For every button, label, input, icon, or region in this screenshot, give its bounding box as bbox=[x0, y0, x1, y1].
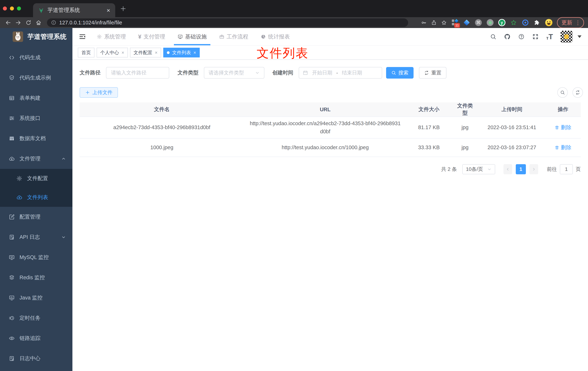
file-type-select[interactable]: 请选择文件类型 bbox=[204, 67, 264, 79]
extension-grid-icon[interactable]: 11 bbox=[451, 19, 459, 26]
extension-emoji-icon[interactable] bbox=[545, 19, 552, 26]
reset-button[interactable]: 重置 bbox=[419, 67, 446, 79]
sidebar-item-system-api[interactable]: 系统接口 bbox=[0, 108, 73, 128]
tag-file-list[interactable]: 文件列表× bbox=[163, 48, 200, 57]
file-path-label: 文件路径 bbox=[80, 69, 101, 76]
avatar-caret-icon[interactable] bbox=[578, 35, 581, 38]
share-icon[interactable] bbox=[431, 20, 437, 25]
tag-profile[interactable]: 个人中心× bbox=[97, 48, 128, 57]
address-bar[interactable]: 127.0.0.1:1024/infra/file/file bbox=[47, 18, 408, 27]
cell-type: jpg bbox=[452, 125, 479, 130]
close-window-button[interactable] bbox=[3, 7, 7, 11]
table-row: 1000.jpeg http://test.yudao.iocoder.cn/1… bbox=[80, 138, 581, 157]
upload-file-button[interactable]: 上传文件 bbox=[80, 87, 118, 98]
plus-icon bbox=[85, 90, 90, 95]
chevron-down-icon bbox=[255, 70, 260, 75]
minimize-window-button[interactable] bbox=[10, 7, 14, 11]
sidebar-item-file-management[interactable]: 文件管理 bbox=[0, 149, 73, 169]
sidebar-item-form-builder[interactable]: 表单构建 bbox=[0, 88, 73, 108]
reload-icon[interactable] bbox=[24, 18, 32, 27]
forward-icon[interactable] bbox=[14, 18, 22, 27]
topnav-payment[interactable]: ¥支付管理 bbox=[132, 28, 171, 45]
logo-row[interactable]: 芋道管理系统 bbox=[0, 28, 73, 45]
tag-file-config[interactable]: 文件配置× bbox=[130, 48, 161, 57]
key-icon[interactable] bbox=[421, 20, 427, 25]
app-title: 芋道管理系统 bbox=[27, 32, 66, 41]
topnav-workflow[interactable]: 工作流程 bbox=[213, 28, 254, 45]
back-icon[interactable] bbox=[4, 18, 12, 27]
sidebar-item-redis-monitor[interactable]: Redis 监控 bbox=[0, 267, 73, 288]
extension-kite-icon[interactable] bbox=[463, 19, 470, 26]
fullscreen-icon[interactable] bbox=[532, 33, 539, 40]
page-size-select[interactable]: 10条/页 bbox=[462, 164, 495, 174]
date-separator: - bbox=[336, 70, 338, 76]
extension-star-icon[interactable] bbox=[510, 19, 517, 26]
sidebar-item-java-monitor[interactable]: Java 监控 bbox=[0, 288, 73, 308]
tab-close-icon[interactable]: × bbox=[106, 7, 110, 13]
delete-button[interactable]: 删除 bbox=[555, 144, 571, 151]
font-size-icon[interactable]: тT bbox=[546, 33, 553, 41]
sidebar-item-file-list[interactable]: 文件列表 bbox=[0, 188, 73, 207]
start-date-placeholder[interactable]: 开始日期 bbox=[312, 69, 332, 76]
next-page-button[interactable] bbox=[529, 164, 538, 174]
cloud-download-icon bbox=[9, 156, 15, 162]
sidebar-item-db-doc[interactable]: 数据库文档 bbox=[0, 128, 73, 149]
monitor-check-icon bbox=[178, 34, 183, 39]
extension-y-icon[interactable]: y bbox=[498, 19, 505, 26]
refresh-icon bbox=[575, 90, 580, 95]
log-edit-icon bbox=[9, 355, 15, 362]
puzzle-icon[interactable] bbox=[534, 19, 541, 26]
extension-dot-icon[interactable] bbox=[486, 19, 494, 26]
sidebar-item-mysql-monitor[interactable]: MySQL 监控 bbox=[0, 247, 73, 267]
sidebar-item-code-gen[interactable]: 代码生成 bbox=[0, 47, 73, 68]
briefcase-icon bbox=[219, 34, 224, 39]
home-icon[interactable] bbox=[34, 18, 43, 27]
github-icon[interactable] bbox=[504, 33, 511, 40]
file-path-input[interactable] bbox=[106, 67, 169, 79]
avatar[interactable] bbox=[561, 31, 572, 43]
calendar-icon bbox=[303, 70, 308, 75]
zoom-window-button[interactable] bbox=[17, 7, 21, 11]
table-refresh-button[interactable] bbox=[572, 87, 583, 98]
extension-command-icon[interactable]: ⌘ bbox=[475, 19, 482, 26]
prev-page-button[interactable] bbox=[504, 164, 512, 174]
goto-page-input[interactable] bbox=[560, 164, 573, 174]
date-range-picker[interactable]: 开始日期 - 结束日期 bbox=[299, 67, 382, 79]
page-number-button[interactable]: 1 bbox=[516, 164, 526, 174]
col-header-url: URL bbox=[244, 106, 406, 114]
browser-tab[interactable]: 芋道管理系统 × bbox=[33, 3, 115, 17]
topnav-infrastructure[interactable]: 基础设施 bbox=[171, 28, 213, 45]
end-date-placeholder[interactable]: 结束日期 bbox=[342, 69, 362, 76]
info-icon[interactable] bbox=[51, 20, 56, 25]
browser-menu-icon[interactable]: ⋮ bbox=[575, 20, 581, 26]
monitor-bars-icon bbox=[9, 295, 15, 301]
sidebar-item-api-log[interactable]: API 日志 bbox=[0, 227, 73, 247]
new-tab-button[interactable] bbox=[120, 5, 127, 12]
help-icon[interactable] bbox=[518, 33, 525, 40]
top-bar: 系统管理 ¥支付管理 基础设施 工作流程 统计报表 тT bbox=[73, 28, 588, 45]
sidebar-item-file-config[interactable]: 文件配置 bbox=[0, 169, 73, 188]
close-icon[interactable]: × bbox=[155, 50, 158, 55]
search-button[interactable]: 搜索 bbox=[386, 67, 414, 79]
delete-button[interactable]: 删除 bbox=[555, 124, 571, 131]
topnav-report[interactable]: 统计报表 bbox=[254, 28, 296, 45]
close-icon[interactable]: × bbox=[193, 50, 196, 55]
table-search-toggle-button[interactable] bbox=[557, 87, 568, 98]
search-icon[interactable] bbox=[490, 33, 496, 40]
hamburger-icon[interactable] bbox=[79, 33, 86, 41]
browser-update-button[interactable]: 更新 ⋮ bbox=[557, 17, 584, 28]
cell-size: 81.17 KB bbox=[406, 125, 452, 130]
sidebar-item-code-demo[interactable]: 代码生成示例 bbox=[0, 68, 73, 88]
extension-eye-icon[interactable] bbox=[522, 19, 529, 26]
sidebar-item-trace[interactable]: 链路追踪 bbox=[0, 328, 73, 349]
chevron-down-icon bbox=[487, 167, 492, 171]
chevron-left-icon bbox=[506, 167, 510, 171]
sidebar-item-log-center[interactable]: 日志中心 bbox=[0, 349, 73, 369]
sidebar-item-scheduled-tasks[interactable]: 定时任务 bbox=[0, 308, 73, 328]
topnav-system[interactable]: 系统管理 bbox=[91, 28, 132, 45]
close-icon[interactable]: × bbox=[122, 50, 124, 55]
sidebar-item-config-management[interactable]: 配置管理 bbox=[0, 207, 73, 227]
bookmark-star-icon[interactable] bbox=[441, 20, 447, 25]
tag-home[interactable]: 首页 bbox=[78, 48, 94, 57]
rabbit-logo bbox=[13, 32, 23, 42]
